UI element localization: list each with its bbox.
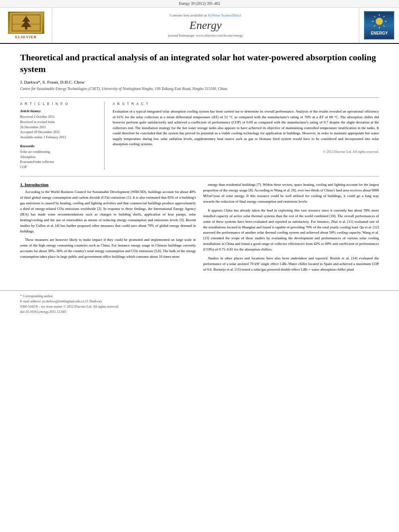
received1: Received 2 October 2011 bbox=[20, 114, 99, 119]
body-columns: 1. Introduction According to the World B… bbox=[20, 182, 379, 276]
affiliation: Centre for Sustainable Energy Technologi… bbox=[20, 87, 379, 91]
body-col-left: 1. Introduction According to the World B… bbox=[20, 182, 196, 276]
kw1: Solar air conditioning bbox=[20, 149, 99, 154]
online: Available online 1 February 2012 bbox=[20, 135, 99, 140]
copyright: © 2012 Elsevier Ltd. All rights reserved… bbox=[113, 150, 379, 154]
footer-email: E-mail address: jo.darkwa@nottingham.edu… bbox=[20, 299, 379, 303]
divider bbox=[20, 176, 379, 177]
footer-issn: 0360-5442/$ – see front matter © 2012 El… bbox=[20, 304, 379, 308]
article-info-label: A R T I C L E I N F O bbox=[20, 102, 99, 106]
abstract-text: Evaluation of a typical integrated solar… bbox=[113, 109, 379, 147]
sciverse-name: SciVerse ScienceDirect bbox=[208, 13, 241, 17]
elsevier-logo: ELSEVIER bbox=[8, 12, 44, 39]
footer-asterisk: * Corresponding author. bbox=[20, 294, 379, 298]
history-label: Article history: bbox=[20, 109, 99, 113]
energy-logo-area: ENERGY bbox=[359, 8, 399, 43]
article-title: Theoretical and practical analysis of an… bbox=[20, 52, 379, 75]
svg-text:ENERGY: ENERGY bbox=[370, 31, 388, 35]
article-info-abstract: A R T I C L E I N F O Article history: R… bbox=[20, 97, 379, 170]
elsevier-logo-area: ELSEVIER bbox=[0, 8, 52, 43]
accepted: Accepted 29 December 2011 bbox=[20, 129, 99, 135]
kw4: COP bbox=[20, 164, 99, 170]
received2: Received in revised form bbox=[20, 119, 99, 125]
page: Energy 39 (2012) 395–402 bbox=[0, 0, 399, 532]
received2-date: 26 December 2011 bbox=[20, 125, 99, 130]
article-history: Article history: Received 2 October 2011… bbox=[20, 109, 99, 140]
sciverse-link: Contents lists available at SciVerse Sci… bbox=[170, 13, 242, 17]
article-footer: * Corresponding author. E-mail address: … bbox=[0, 290, 399, 318]
article-info-col: A R T I C L E I N F O Article history: R… bbox=[20, 102, 105, 170]
body-col-right: energy than residential buildings [7]. W… bbox=[203, 182, 379, 276]
journal-title: Energy bbox=[189, 19, 222, 32]
abstract-col: A B S T R A C T Evaluation of a typical … bbox=[113, 102, 379, 170]
journal-header: ELSEVIER Contents lists available at Sci… bbox=[0, 8, 399, 44]
para4: It appears China has already taken the l… bbox=[203, 208, 379, 253]
kw3: Evacuated tube collector bbox=[20, 159, 99, 164]
para2: These measures are however likely to mak… bbox=[20, 237, 196, 260]
article-content: Theoretical and practical analysis of an… bbox=[0, 44, 399, 284]
section1-title: 1. Introduction bbox=[20, 182, 196, 187]
keywords-label: Keywords: bbox=[20, 144, 99, 148]
journal-header-center: Contents lists available at SciVerse Sci… bbox=[52, 8, 359, 43]
energy-logo: ENERGY bbox=[364, 11, 394, 39]
abstract-label: A B S T R A C T bbox=[113, 102, 379, 106]
svg-rect-6 bbox=[25, 27, 27, 29]
para5: Studies in other places and locations ha… bbox=[203, 256, 379, 273]
para3: energy than residential buildings [7]. W… bbox=[203, 182, 379, 205]
elsevier-logo-image bbox=[8, 12, 44, 34]
svg-point-8 bbox=[376, 18, 383, 25]
journal-citation: Energy 39 (2012) 395–402 bbox=[179, 2, 220, 6]
kw2: Absorption bbox=[20, 154, 99, 160]
journal-bar: Energy 39 (2012) 395–402 bbox=[0, 0, 399, 8]
keywords-section: Keywords: Solar air conditioning Absorpt… bbox=[20, 144, 99, 170]
para1: According to the World Business Council … bbox=[20, 189, 196, 234]
footer-doi: doi:10.1016/j.energy.2011.12.045 bbox=[20, 310, 379, 314]
sciverse-prefix: Contents lists available at bbox=[170, 13, 208, 17]
journal-homepage: journal homepage: www.elsevier.com/locat… bbox=[168, 33, 243, 37]
authors: J. Darkwa*, S. Fraser, D.H.C. Chow bbox=[20, 80, 379, 84]
elsevier-brand: ELSEVIER bbox=[15, 35, 37, 39]
